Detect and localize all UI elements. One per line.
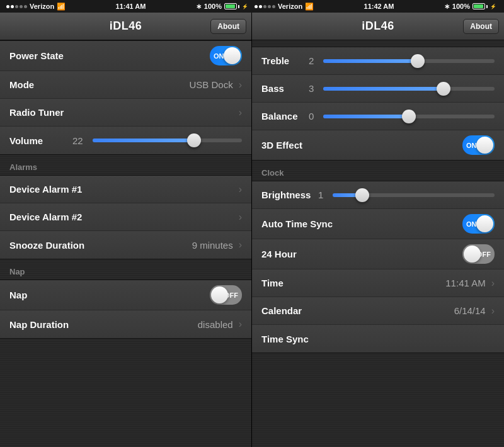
auto-time-sync-row: Auto Time Sync ON [252,209,504,239]
power-state-label: Power State [9,50,72,61]
snooze-duration-value: 9 minutes [192,240,233,251]
dot4 [20,5,23,8]
left-main-group: Power State ON Mode USB Dock › [0,40,251,155]
left-battery-area: ∗ 100% ⚡ [196,3,249,11]
time-label: Time [261,278,324,288]
brightness-slider[interactable] [333,193,495,197]
3d-effect-thumb [476,137,493,154]
nap-section-header: Nap [0,259,251,280]
volume-label: Volume [9,135,72,146]
volume-row: Volume 22 [0,127,251,154]
rdot1 [255,5,258,8]
24-hour-track: OFF [462,244,495,264]
volume-slider[interactable] [93,139,242,142]
device-alarm-2-label: Device Alarm #2 [9,212,82,222]
nap-track: OFF [210,285,242,305]
left-battery-pct: 100% [204,3,222,10]
dot5 [24,5,27,8]
device-alarm-2-chevron: › [239,212,242,223]
treble-slider[interactable] [323,59,495,63]
24-hour-thumb [464,246,481,263]
power-state-row: Power State ON [0,41,251,71]
rdot4 [268,5,271,8]
dot3 [15,5,18,8]
treble-value: 2 [309,55,314,66]
mode-row[interactable]: Mode USB Dock › [0,71,251,99]
bass-track [323,87,495,91]
auto-time-sync-toggle[interactable]: ON [462,214,495,234]
calendar-row[interactable]: Calendar 6/14/14 › [252,297,504,325]
calendar-label: Calendar [261,305,324,316]
3d-effect-track: ON [462,135,495,155]
left-scroll-content: Power State ON Mode USB Dock › [0,40,251,447]
right-time: 11:42 AM [314,3,444,10]
24-hour-label: 24 Hour [261,249,337,259]
bluetooth-icon-left: ∗ [196,3,202,11]
time-row[interactable]: Time 11:41 AM › [252,269,504,297]
device-alarm-1-row[interactable]: Device Alarm #1 › [0,176,251,203]
left-status-bar: Verizon 📶 11:41 AM ∗ 100% ⚡ [4,3,252,11]
bass-row: Bass 3 [252,75,504,103]
nap-duration-label: Nap Duration [9,319,72,330]
alarms-section-header: Alarms [0,155,251,175]
nap-toggle[interactable]: OFF [210,285,242,305]
device-alarm-1-label: Device Alarm #1 [9,184,82,195]
left-about-button[interactable]: About [210,19,246,34]
3d-effect-row: 3D Effect ON [252,130,504,160]
time-sync-row[interactable]: Time Sync [252,325,504,353]
bass-value: 3 [309,83,314,94]
bass-label: Bass [261,83,309,94]
battery-icon-left [224,3,239,9]
balance-row: Balance 0 [252,103,504,130]
3d-effect-on-label: ON [466,142,477,149]
power-state-toggle[interactable]: ON [210,46,242,65]
left-nav-title: iDL46 [110,20,142,33]
auto-time-sync-track: ON [462,214,495,234]
rdot3 [263,5,266,8]
nap-label: Nap [9,290,72,300]
nap-duration-row[interactable]: Nap Duration disabled › [0,310,251,338]
bass-slider[interactable] [323,87,495,91]
volume-fill [93,139,194,142]
snooze-duration-row[interactable]: Snooze Duration 9 minutes › [0,231,251,259]
volume-track [93,139,242,142]
battery-tip-right [486,5,488,8]
right-status-bar: Verizon 📶 11:42 AM ∗ 100% ⚡ [252,3,500,11]
device-alarm-1-chevron: › [239,184,242,195]
brightness-value: 1 [318,190,323,200]
treble-fill [323,59,417,63]
left-panel: iDL46 About Power State ON [0,13,252,447]
brightness-thumb [355,188,369,202]
treble-thumb [411,54,425,68]
time-chevron: › [491,278,495,289]
nap-group: Nap OFF Nap Duration disabled › [0,280,251,339]
battery-fill-left [226,4,235,8]
bluetooth-icon-right: ∗ [444,3,450,11]
24-hour-row: 24 Hour OFF [252,239,504,269]
3d-effect-label: 3D Effect [261,140,309,150]
nap-duration-chevron: › [239,319,242,330]
volume-value: 22 [72,135,83,146]
right-nav-title: iDL46 [362,20,394,33]
treble-label: Treble [261,55,309,66]
24-hour-toggle[interactable]: OFF [462,244,495,264]
left-nav-bar: iDL46 About [0,13,251,40]
time-value: 11:41 AM [445,278,485,288]
3d-effect-toggle[interactable]: ON [462,135,495,155]
right-scroll-content: Treble 2 Bass 3 [252,40,504,447]
battery-body-left [224,3,237,9]
radio-tuner-row[interactable]: Radio Tuner › [0,99,251,127]
left-carrier-area: Verizon 📶 [6,3,66,11]
balance-label: Balance [261,111,309,122]
left-time: 11:41 AM [66,3,196,10]
balance-slider[interactable] [323,115,495,118]
balance-thumb [402,110,416,123]
right-carrier: Verizon [278,3,302,10]
bass-fill [323,87,443,91]
right-carrier-area: Verizon 📶 [255,3,314,11]
balance-fill [323,115,409,118]
right-about-button[interactable]: About [463,19,499,34]
bolt-left: ⚡ [242,4,248,9]
clock-section-header: Clock [252,161,504,181]
device-alarm-2-row[interactable]: Device Alarm #2 › [0,203,251,231]
